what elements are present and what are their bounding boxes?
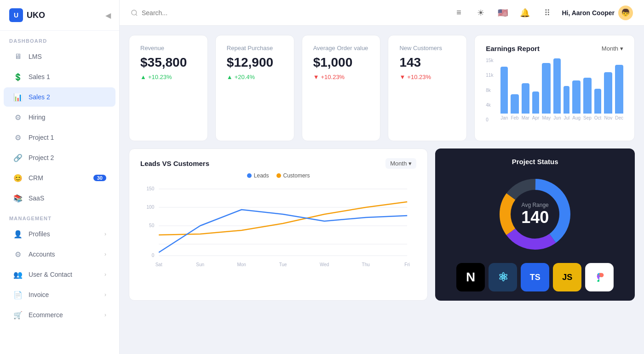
logo: U UKO [9, 8, 45, 22]
svg-text:Mon: Mon [237, 262, 246, 267]
bar-month-label: Jun [553, 115, 561, 120]
main-content: ≡ ☀ 🇺🇸 🔔 ⠿ Hi, Aaron Cooper 👦 Revenue $3… [120, 0, 644, 354]
apps-icon[interactable]: ⠿ [540, 6, 554, 20]
y-label: 4k [486, 103, 493, 108]
logo-letter: U [14, 11, 18, 19]
sidebar-item-invoice[interactable]: 📄 Invoice › [4, 285, 115, 304]
chart-legend: Leads Customers [140, 172, 416, 179]
bar-column: Apr [532, 91, 540, 120]
sidebar-item-project1[interactable]: ⚙ Project 1 [4, 128, 115, 147]
bar [553, 58, 561, 114]
bar-month-label: Jan [500, 115, 508, 120]
bar-column: Oct [594, 89, 602, 120]
revenue-change-text: +10.23% [148, 74, 172, 80]
notification-icon[interactable]: 🔔 [518, 6, 532, 20]
new-customers-change: ▼ +10.23% [399, 74, 455, 80]
bar [532, 91, 540, 114]
sidebar-item-sales1[interactable]: 💲 Sales 1 [4, 67, 115, 86]
leads-period-select[interactable]: Month ▾ [385, 158, 416, 169]
collapse-sidebar-button[interactable]: ◀ [105, 11, 111, 20]
sidebar-item-label: Project 2 [29, 154, 54, 161]
chevron-right-icon: › [104, 291, 106, 298]
nextjs-logo[interactable]: N [456, 263, 485, 291]
sidebar-item-sales2[interactable]: 📊 Sales 2 [4, 87, 115, 107]
bar-month-label: Feb [511, 115, 518, 120]
sidebar-item-lms[interactable]: 🖥 LMS [4, 47, 115, 66]
bar-month-label: Oct [594, 115, 602, 120]
sidebar-item-label: Invoice [29, 291, 49, 298]
lms-icon: 🖥 [13, 51, 23, 62]
tech-logos-row: N ⚛ TS JS [446, 263, 624, 291]
accounts-icon: ⚙ [13, 249, 23, 259]
earnings-period-select[interactable]: Month ▾ [602, 45, 623, 52]
section-label-dashboard: DASHBOARD [0, 31, 119, 46]
sidebar-item-crm[interactable]: 😊 CRM 30 [4, 168, 115, 188]
avg-order-change-text: +10.23% [321, 74, 345, 80]
svg-text:Tue: Tue [279, 262, 287, 267]
sidebar-item-project2[interactable]: 🔗 Project 2 [4, 148, 115, 167]
chevron-right-icon: › [104, 271, 106, 278]
chevron-down-icon: ▾ [408, 160, 412, 167]
user-name: Hi, Aaron Cooper [562, 9, 615, 17]
leads-chart-card: Leads VS Customers Month ▾ Leads Custome… [129, 148, 428, 301]
repeat-purchase-card: Repeat Purchase $12,900 ▲ +20.4% [215, 35, 294, 141]
crm-icon: 😊 [13, 173, 23, 183]
avg-order-change: ▼ +10.23% [313, 74, 369, 80]
theme-toggle-icon[interactable]: ☀ [473, 6, 488, 20]
language-icon[interactable]: 🇺🇸 [495, 6, 510, 20]
javascript-logo[interactable]: JS [553, 263, 581, 291]
sidebar-item-hiring[interactable]: ⚙ Hiring [4, 108, 115, 127]
bar-column: Jan [500, 67, 508, 120]
avg-order-card: Average Order value $1,000 ▼ +10.23% [302, 35, 381, 141]
bar-column: Feb [511, 94, 518, 120]
new-customers-change-text: +10.23% [407, 74, 431, 80]
sidebar-item-ecommerce[interactable]: 🛒 Ecommerce › [4, 305, 115, 325]
sidebar-item-accounts[interactable]: ⚙ Accounts › [4, 245, 115, 264]
figma-icon [593, 271, 606, 284]
menu-icon[interactable]: ≡ [451, 6, 466, 20]
repeat-purchase-change-text: +20.4% [235, 74, 255, 80]
bar [542, 63, 551, 114]
arrow-up-icon: ▲ [140, 74, 146, 80]
sidebar-item-label: CRM [29, 174, 43, 182]
leads-period-label: Month [390, 160, 407, 167]
new-customers-label: New Customers [399, 45, 455, 51]
bar [564, 86, 569, 114]
donut-center-text: Avg Range 140 [521, 202, 549, 227]
sidebar-item-label: SaaS [29, 194, 44, 202]
donut-avg-label: Avg Range [521, 202, 549, 208]
y-label: 0 [486, 117, 493, 122]
arrow-down-icon: ▼ [313, 74, 319, 80]
sidebar-item-label: Project 1 [29, 134, 54, 141]
leads-legend-dot [247, 173, 252, 178]
new-customers-value: 143 [399, 55, 455, 70]
bar-month-label: Dec [615, 115, 623, 120]
bar [522, 83, 529, 114]
sidebar-item-profiles[interactable]: 👤 Profiles › [4, 224, 115, 244]
user-contact-icon: 👥 [13, 269, 23, 280]
search-icon [131, 9, 138, 17]
user-info[interactable]: Hi, Aaron Cooper 👦 [562, 6, 633, 20]
earnings-header: Earnings Report Month ▾ [486, 45, 623, 52]
search-input[interactable] [142, 9, 234, 17]
svg-text:Sun: Sun [196, 262, 204, 267]
bar-chart: JanFebMarAprMayJunJulAugSepOctNovDec [500, 58, 623, 131]
sales2-icon: 📊 [13, 92, 23, 102]
sidebar-item-saas[interactable]: 📚 SaaS [4, 188, 115, 208]
typescript-logo[interactable]: TS [521, 263, 549, 291]
figma-logo[interactable] [585, 263, 614, 291]
leads-legend-item: Leads [247, 172, 269, 179]
react-logo[interactable]: ⚛ [489, 263, 517, 291]
bar-column: Sep [583, 78, 592, 120]
bar-column: Nov [604, 72, 612, 120]
bar-month-label: Aug [572, 115, 581, 120]
bar-column: Dec [615, 65, 623, 120]
bar [511, 94, 518, 114]
leads-line-chart: 150 100 50 0 Sat Sun Mon Tue Wed Thu Fri [140, 184, 416, 272]
profiles-icon: 👤 [13, 229, 23, 239]
sidebar-item-label: Hiring [29, 114, 46, 121]
avg-order-label: Average Order value [313, 45, 369, 51]
sidebar-item-user-contact[interactable]: 👥 User & Contact › [4, 265, 115, 284]
donut-chart-container: Avg Range 140 [446, 173, 624, 256]
y-label: 11k [486, 73, 493, 78]
